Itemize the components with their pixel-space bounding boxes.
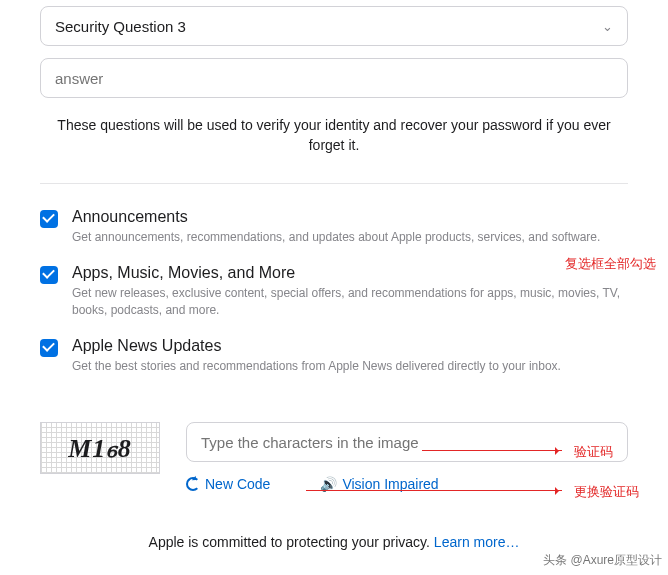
annotation-arrow	[422, 450, 562, 451]
footer-text: Apple is committed to protecting your pr…	[149, 534, 434, 550]
annotation-captcha: 验证码	[574, 443, 613, 461]
security-question-select[interactable]: Security Question 3 ⌄	[40, 6, 628, 46]
security-answer-input[interactable]	[55, 70, 613, 87]
subscription-desc: Get new releases, exclusive content, spe…	[72, 285, 628, 319]
captcha-input-field[interactable]	[186, 422, 628, 462]
security-helper-text: These questions will be used to verify y…	[40, 116, 628, 155]
subscription-item: Apple News Updates Get the best stories …	[40, 337, 628, 375]
section-divider	[40, 183, 628, 184]
subscription-item: Announcements Get announcements, recomme…	[40, 208, 628, 246]
captcha-image: M1₆8	[40, 422, 160, 474]
new-code-label: New Code	[205, 476, 270, 492]
captcha-code-text: M1₆8	[68, 433, 132, 464]
refresh-icon	[186, 477, 200, 491]
checkbox-apple-news[interactable]	[40, 339, 58, 357]
new-code-button[interactable]: New Code	[186, 476, 270, 492]
security-question-label: Security Question 3	[55, 18, 186, 35]
chevron-down-icon: ⌄	[602, 19, 613, 34]
subscription-title: Announcements	[72, 208, 600, 226]
watermark: 头条 @Axure原型设计	[543, 552, 662, 569]
captcha-text-input[interactable]	[201, 434, 613, 451]
privacy-footer: Apple is committed to protecting your pr…	[40, 534, 628, 550]
subscription-title: Apple News Updates	[72, 337, 561, 355]
subscription-desc: Get announcements, recommendations, and …	[72, 229, 600, 246]
checkbox-announcements[interactable]	[40, 210, 58, 228]
subscription-desc: Get the best stories and recommendations…	[72, 358, 561, 375]
annotation-arrow	[306, 490, 562, 491]
subscription-item: Apps, Music, Movies, and More Get new re…	[40, 264, 628, 319]
security-answer-field[interactable]	[40, 58, 628, 98]
checkbox-apps-music[interactable]	[40, 266, 58, 284]
annotation-checkbox: 复选框全部勾选	[565, 255, 656, 273]
subscription-title: Apps, Music, Movies, and More	[72, 264, 628, 282]
annotation-refresh: 更换验证码	[574, 483, 639, 501]
learn-more-link[interactable]: Learn more…	[434, 534, 520, 550]
